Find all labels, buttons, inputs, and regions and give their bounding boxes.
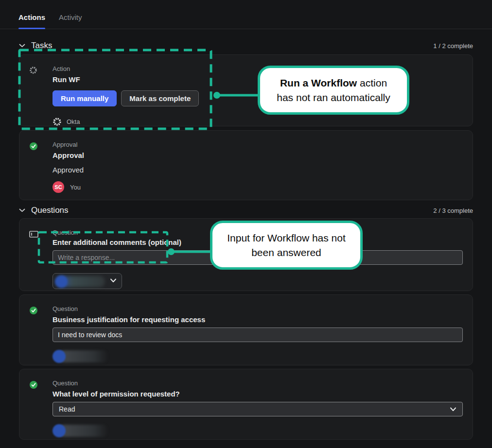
question-title: Business justification for requesting ac…	[53, 315, 463, 324]
tab-actions[interactable]: Actions	[18, 13, 45, 29]
task-title: Approval	[53, 151, 463, 159]
mark-as-complete-button[interactable]: Mark as complete	[121, 90, 199, 106]
question-card-justification: Question Business justification for requ…	[19, 294, 473, 365]
question-card-permission: Question What level of permission reques…	[19, 369, 473, 440]
workflow-spinner-icon	[29, 66, 37, 74]
tab-activity-label: Activity	[59, 13, 82, 21]
okta-logo-icon	[53, 117, 62, 126]
redacted-dropdown[interactable]	[53, 273, 122, 289]
top-tab-bar: Actions Activity	[0, 0, 492, 29]
tasks-section-title: Tasks	[31, 41, 52, 51]
run-manually-button[interactable]: Run manually	[53, 90, 117, 106]
question-type-label: Question	[53, 379, 463, 387]
questions-progress: 2 / 3 complete	[433, 207, 473, 214]
redacted-content	[58, 425, 108, 437]
tasks-collapse-toggle[interactable]	[19, 44, 25, 48]
questions-section-title: Questions	[31, 206, 69, 215]
app-name: Okta	[67, 118, 80, 125]
chevron-down-icon	[110, 278, 117, 283]
permission-select[interactable]: Read	[53, 402, 463, 416]
chevron-down-icon	[450, 407, 457, 412]
task-type-label: Approval	[53, 141, 463, 148]
task-card-approval: Approval Approval Approved SC You	[19, 130, 473, 200]
chevron-down-icon	[19, 208, 25, 212]
tab-activity[interactable]: Activity	[59, 13, 82, 29]
question-title: What level of permission requested?	[53, 390, 463, 398]
question-type-label: Question	[53, 305, 463, 312]
check-circle-icon	[29, 306, 38, 315]
annotation-callout-input: Input for Workflow has not been answered	[210, 221, 363, 270]
callout-line: been answered	[251, 245, 321, 259]
callout-line: Run a Workflow action	[280, 76, 387, 90]
approval-status: Approved	[53, 166, 463, 174]
questions-section-header: Questions 2 / 3 complete	[19, 205, 473, 216]
tasks-section-header: Tasks 1 / 2 complete	[19, 40, 473, 51]
justification-input[interactable]	[53, 327, 463, 342]
chevron-down-icon	[19, 44, 25, 48]
redacted-pill	[53, 424, 111, 437]
redacted-avatar	[53, 424, 66, 437]
active-tab-underline	[18, 28, 45, 29]
text-input-icon	[29, 231, 38, 238]
redacted-content	[58, 350, 108, 362]
callout-line: has not ran automatically	[277, 90, 390, 104]
check-circle-icon	[29, 380, 38, 389]
check-circle-icon	[29, 142, 38, 151]
annotation-callout-workflow: Run a Workflow action has not ran automa…	[258, 66, 409, 115]
tab-actions-label: Actions	[18, 13, 45, 21]
avatar: SC	[53, 181, 64, 193]
questions-collapse-toggle[interactable]	[19, 208, 25, 212]
tasks-progress: 1 / 2 complete	[433, 42, 473, 50]
redacted-pill	[53, 350, 111, 363]
callout-line: Input for Workflow has not	[227, 231, 346, 245]
redacted-avatar	[53, 350, 66, 363]
redacted-avatar	[55, 276, 68, 288]
assignee-label: You	[70, 184, 81, 191]
permission-select-value: Read	[59, 405, 75, 413]
